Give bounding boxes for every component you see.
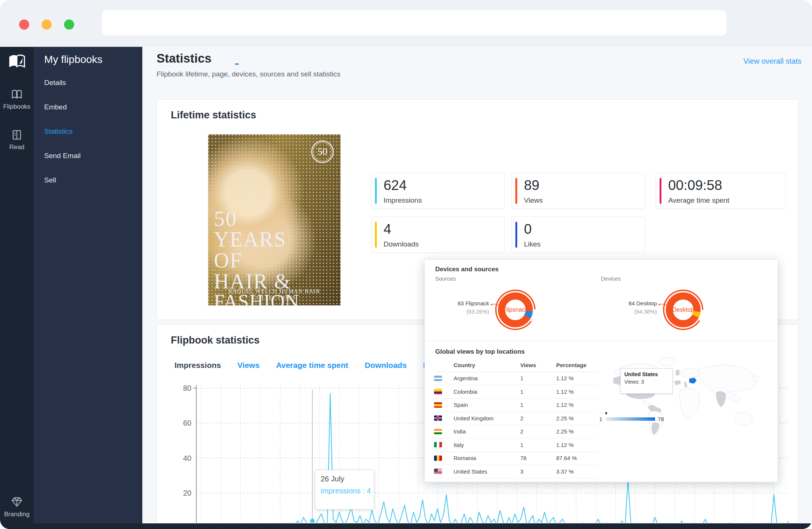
cover-50-badge: 50: [311, 140, 334, 163]
location-row-romania[interactable]: Romania7887.64 %: [434, 452, 597, 465]
devices-label: Devices: [601, 275, 621, 282]
flag-icon-colombia: [434, 389, 442, 394]
location-views: 2: [520, 428, 556, 435]
location-country: Colombia: [454, 389, 520, 395]
location-views: 1: [520, 375, 556, 381]
rail-label-read: Read: [9, 143, 25, 151]
location-row-spain[interactable]: Spain11.12 %: [434, 399, 597, 412]
view-overall-stats-link[interactable]: View overall stats: [743, 57, 802, 66]
global-views-title: Global views by top locations: [435, 348, 525, 356]
location-percentage: 1.12 %: [556, 389, 597, 395]
location-percentage: 1.12 %: [556, 375, 597, 381]
location-country: Spain: [454, 402, 520, 408]
sources-donut-chart[interactable]: Flipsnack: [493, 287, 538, 332]
flag-icon-spain: [434, 402, 442, 408]
stat-accent-bar: [660, 178, 661, 204]
rail-item-flipbooks[interactable]: Flipbooks: [0, 88, 34, 111]
location-percentage: 1.12 %: [556, 442, 597, 448]
flipbooks-book-icon: [10, 88, 23, 101]
cursor-dash: [235, 63, 239, 65]
stat-label: Views: [524, 196, 543, 205]
cover-line: YEARS: [214, 229, 287, 250]
stat-card-likes: 0Likes: [512, 217, 645, 253]
map-legend-marker[interactable]: ▼: [604, 411, 608, 415]
map-tooltip: United States Views: 3: [620, 368, 673, 394]
chart-tooltip-value: impressions : 4: [321, 487, 369, 495]
stat-label: Impressions: [384, 196, 422, 205]
flag-icon-united-kingdom: [434, 415, 442, 421]
address-bar[interactable]: [102, 10, 727, 36]
location-row-italy[interactable]: Italy11.12 %: [434, 438, 597, 452]
stat-card-impressions: 624Impressions: [371, 173, 505, 209]
devices-and-sources-title: Devices and sources: [435, 266, 499, 273]
rail-label-flipbooks: Flipbooks: [3, 103, 31, 110]
location-row-colombia[interactable]: Colombia11.12 %: [434, 385, 597, 399]
app-window: Flipbooks Read Branding My flipbooks Det…: [0, 0, 812, 529]
location-percentage: 87.64 %: [556, 455, 597, 461]
sidebar-item-send-email[interactable]: Send Email: [44, 152, 81, 160]
map-legend-gradient: [606, 417, 655, 421]
flag-icon-italy: [434, 442, 442, 447]
locations-table-header: CountryViewsPercentage: [434, 359, 597, 372]
rail-item-branding[interactable]: Branding: [0, 496, 34, 518]
location-percentage: 3.37 %: [556, 468, 597, 475]
stat-label: Average time spent: [668, 196, 729, 205]
devices-donut-callout: 84 Desktop (94.38%): [608, 299, 657, 316]
sidebar-item-details[interactable]: Details: [44, 79, 66, 87]
branding-diamond-icon: [10, 496, 23, 508]
browser-chrome: [0, 0, 812, 47]
cover-footer-line: RAQUEL WELCH HUMAN HAIR COLLECTIONS: [208, 288, 340, 301]
map-tooltip-views: Views: 3: [624, 379, 669, 385]
location-country: United Kingdom: [454, 415, 520, 421]
flipbook-sidebar: My flipbooks DetailsEmbedStatisticsSend …: [34, 47, 142, 529]
rail-item-read[interactable]: Read: [0, 129, 34, 151]
flipbook-cover-thumbnail[interactable]: 50 50 YEARS OF HAIR & FASHION RAQUEL WEL…: [208, 134, 340, 305]
rail-label-branding: Branding: [4, 511, 30, 518]
locations-table: CountryViewsPercentageArgentina11.12 %Co…: [434, 359, 597, 478]
chart-tooltip-date: 26 July: [321, 475, 369, 483]
page-title: Statistics: [157, 51, 212, 66]
minimize-window-button[interactable]: [42, 19, 52, 30]
read-document-icon: [10, 129, 23, 141]
location-percentage: 2.25 %: [556, 415, 597, 421]
stat-value: 0: [524, 221, 532, 237]
location-views: 1: [520, 402, 556, 408]
stat-card-views: 89Views: [512, 173, 645, 209]
sidebar-item-embed[interactable]: Embed: [44, 103, 67, 111]
location-row-united-states[interactable]: United States33.37 %: [434, 465, 597, 478]
devices-donut-chart[interactable]: Desktop: [661, 287, 706, 332]
stat-accent-bar: [515, 222, 517, 248]
location-views: 3: [520, 468, 556, 475]
location-country: Italy: [454, 442, 520, 448]
stat-value: 4: [384, 221, 391, 237]
location-percentage: 1.12 %: [556, 402, 597, 408]
location-row-argentina[interactable]: Argentina11.12 %: [434, 372, 597, 386]
location-country: Argentina: [454, 375, 520, 381]
lifetime-statistics-title: Lifetime statistics: [171, 109, 256, 121]
location-country: Romania: [454, 455, 520, 461]
close-window-button[interactable]: [19, 19, 29, 30]
flag-icon-argentina: [434, 376, 442, 381]
location-percentage: 2.25 %: [556, 428, 597, 435]
sidebar-item-sell[interactable]: Sell: [44, 176, 56, 184]
stat-label: Downloads: [384, 240, 419, 248]
location-row-united-kingdom[interactable]: United Kingdom22.25 %: [434, 412, 597, 425]
location-country: United States: [454, 468, 520, 475]
sidebar-item-statistics[interactable]: Statistics: [44, 127, 73, 136]
devices-and-sources-panel: Devices and sources Sources Devices 83 F…: [424, 259, 778, 482]
maximize-window-button[interactable]: [64, 19, 74, 30]
sidebar-title: My flipbooks: [44, 54, 103, 66]
map-tooltip-country: United States: [624, 371, 669, 377]
cover-line: OF: [214, 250, 242, 271]
world-map[interactable]: [604, 354, 771, 436]
panel-divider: [425, 341, 778, 341]
location-row-india[interactable]: India22.25 %: [434, 425, 597, 439]
sources-donut-center-label: Flipsnack: [493, 287, 538, 332]
main-content: Statistics Flipbook lifetime, page, devi…: [142, 47, 812, 529]
stat-card-average-time-spent: 00:09:58Average time spent: [656, 173, 786, 209]
sources-donut-callout: 83 Flipsnack (93.26%): [440, 299, 489, 316]
map-legend-min: 1: [599, 416, 602, 422]
flag-icon-romania: [434, 456, 442, 461]
flipsnack-logo-icon[interactable]: [7, 51, 27, 72]
flag-icon-india: [434, 429, 442, 434]
